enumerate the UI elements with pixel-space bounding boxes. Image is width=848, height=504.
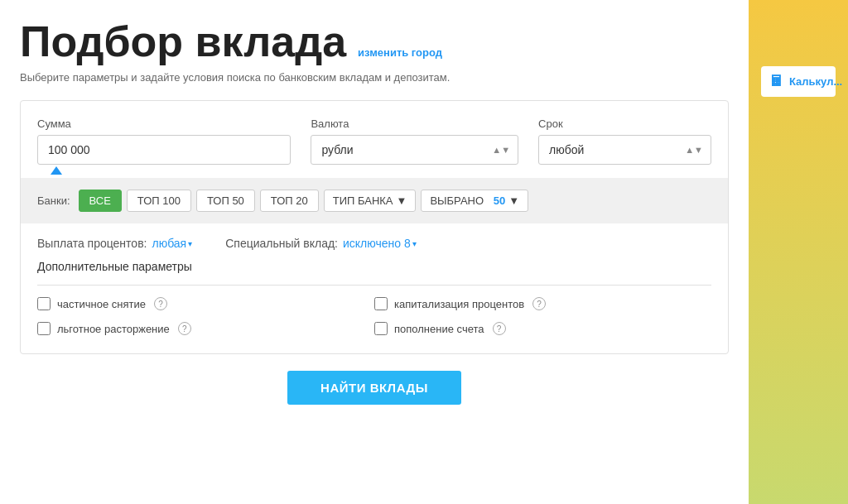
checkbox-partial: частичное снятие ? [37,297,374,310]
payment-value[interactable]: любая ▾ [152,237,192,250]
currency-group: Валюта рубли доллары евро ▲▼ [311,118,518,165]
amount-label: Сумма [37,118,291,130]
term-select[interactable]: любой 1 месяц 3 месяца 6 месяцев 1 год [538,135,711,165]
calculator-icon: 🖩 [769,73,784,90]
checkbox-col-left: частичное снятие ? льготное расторжение … [37,297,374,335]
sidebar: 🖩 Калькул... [749,0,848,504]
partial-help-icon[interactable]: ? [154,297,167,310]
search-btn-row: НАЙТИ ВКЛАДЫ [20,354,729,425]
payment-label: Выплата процентов: [37,237,147,250]
checkbox-partial-label: частичное снятие [57,298,146,310]
extra-params-title: Дополнительные параметры [37,260,711,273]
checkbox-preferential: льготное расторжение ? [37,322,374,335]
special-filter: Специальный вклад: исключено 8 ▾ [225,237,417,250]
replenishment-help-icon[interactable]: ? [493,322,506,335]
bank-selected-arrow-icon: ▼ [508,194,519,207]
checkbox-partial-input[interactable] [37,297,51,310]
checkbox-capitalization: капитализация процентов ? [374,297,711,310]
slider-thumb [51,166,62,175]
change-city-link[interactable]: изменить город [358,46,442,59]
checkbox-preferential-input[interactable] [37,322,51,335]
bank-btn-all[interactable]: ВСЕ [79,190,122,212]
currency-select-wrapper: рубли доллары евро ▲▼ [311,135,518,165]
filters-row: Выплата процентов: любая ▾ Специальный в… [37,237,711,250]
checkbox-preferential-label: льготное расторжение [57,323,170,335]
bank-type-dropdown[interactable]: ТИП БАНКА ▼ [324,190,417,212]
currency-select[interactable]: рубли доллары евро [311,135,518,165]
term-select-wrapper: любой 1 месяц 3 месяца 6 месяцев 1 год ▲… [538,135,711,165]
page-title: Подбор вклада [20,17,346,66]
filters-section: Выплата процентов: любая ▾ Специальный в… [37,223,711,353]
capitalization-help-icon[interactable]: ? [532,297,546,310]
sidebar-calculator[interactable]: 🖩 Калькул... [761,66,836,97]
checkboxes-row: частичное снятие ? льготное расторжение … [37,297,711,335]
bank-selected-count: 50 [494,194,505,207]
bank-type-arrow-icon: ▼ [397,194,407,207]
form-row: Сумма Валюта рубли доллары евро ▲ [37,118,711,165]
banks-row: Банки: ВСЕ ТОП 100 ТОП 50 ТОП 20 ТИП БАН… [21,178,728,223]
checkbox-capitalization-input[interactable] [374,297,388,310]
special-value-text: исключено 8 [343,237,411,250]
amount-group: Сумма [37,118,291,165]
amount-wrapper [37,135,291,165]
checkbox-capitalization-label: капитализация процентов [394,298,524,310]
payment-arrow-icon: ▾ [188,239,192,248]
currency-label: Валюта [311,118,518,130]
divider [37,285,711,286]
banks-label: Банки: [37,194,70,207]
checkbox-replenishment-label: пополнение счета [394,323,484,335]
bank-selected-dropdown[interactable]: ВЫБРАНО 50 ▼ [421,190,528,212]
payment-filter: Выплата процентов: любая ▾ [37,237,192,250]
page-subtitle: Выберите параметры и задайте условия пои… [20,71,729,84]
special-value[interactable]: исключено 8 ▾ [343,237,417,250]
bank-btn-top20[interactable]: ТОП 20 [260,190,319,212]
term-group: Срок любой 1 месяц 3 месяца 6 месяцев 1 … [538,118,711,165]
special-arrow-icon: ▾ [412,239,417,248]
calc-label: Калькул... [789,75,842,88]
bank-type-label: ТИП БАНКА [333,194,393,207]
term-label: Срок [538,118,711,130]
page-header: Подбор вклада изменить город [20,17,729,66]
search-button[interactable]: НАЙТИ ВКЛАДЫ [287,371,461,405]
checkbox-replenishment: пополнение счета ? [374,322,711,335]
amount-input[interactable] [37,135,291,165]
preferential-help-icon[interactable]: ? [178,322,191,335]
bank-btn-top50[interactable]: ТОП 50 [196,190,255,212]
bank-selected-label: ВЫБРАНО [430,194,484,207]
checkbox-replenishment-input[interactable] [374,322,388,335]
payment-value-text: любая [152,237,186,250]
search-card: Сумма Валюта рубли доллары евро ▲ [20,100,729,354]
bank-btn-top100[interactable]: ТОП 100 [127,190,191,212]
special-label: Специальный вклад: [225,237,338,250]
checkbox-col-right: капитализация процентов ? пополнение сче… [374,297,711,335]
